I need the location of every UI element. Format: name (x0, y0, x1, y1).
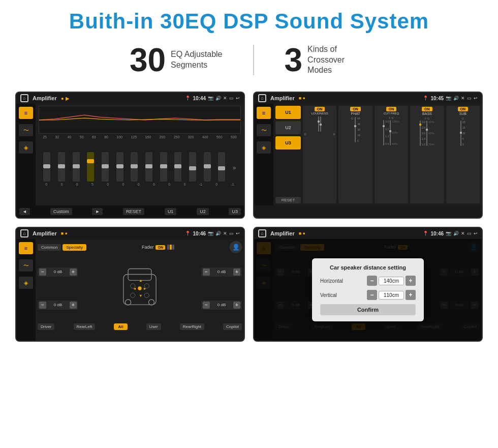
forward-icon[interactable]: » (233, 164, 236, 182)
speaker-icon-3[interactable]: ◈ (19, 277, 33, 289)
db-minus-fl[interactable]: − (39, 268, 46, 276)
horizontal-stepper: − 140cm + (367, 276, 416, 286)
eq-icon-2[interactable]: ≡ (257, 107, 271, 119)
home-icon-2[interactable]: ⌂ (258, 94, 266, 102)
fader-on-badge[interactable]: ON (155, 245, 165, 250)
rearleft-btn[interactable]: RearLeft (74, 323, 96, 330)
loudness-on[interactable]: ON (315, 107, 325, 111)
u3-btn[interactable]: U3 (229, 208, 241, 215)
preset-u1[interactable]: U1 (275, 106, 301, 119)
stat-crossover-desc: Kinds ofCrossover Modes (307, 44, 368, 76)
eq-slider-11[interactable] (189, 152, 196, 182)
prev-btn[interactable]: ◄ (19, 208, 30, 215)
u2-btn[interactable]: U2 (197, 208, 209, 215)
channel-loudness: ON LOUDNESS 00 (303, 106, 336, 203)
horizontal-plus[interactable]: + (406, 276, 416, 286)
fader-bottom-row: Driver RearLeft All User RearRight Copil… (38, 323, 242, 330)
eq-slider-13[interactable] (218, 152, 225, 182)
db-row-fl: − 0 dB + (38, 267, 78, 277)
preset-u3[interactable]: U3 (275, 136, 301, 150)
db-minus-fr[interactable]: − (203, 268, 210, 276)
eq-curve-svg (39, 106, 240, 133)
tab-common[interactable]: Common (38, 244, 61, 251)
stat-eq: 30 EQ AdjustableSegments (99, 44, 253, 76)
window-icon-2: ▭ (467, 96, 472, 101)
eq-slider-9[interactable] (160, 152, 167, 182)
db-minus-rl[interactable]: − (39, 302, 46, 309)
sub-on[interactable]: ON (458, 107, 469, 111)
fader-tabs: Common Specialty (38, 244, 86, 251)
screen4-time: 10:46 (430, 231, 444, 236)
phat-on[interactable]: ON (350, 107, 361, 111)
status-dots-1: ● ▶ (61, 96, 70, 101)
svg-point-8 (138, 286, 141, 290)
horizontal-minus[interactable]: − (367, 276, 377, 286)
horizontal-value: 140cm (379, 277, 404, 285)
window-icon-3: ▭ (229, 231, 234, 236)
eq-content: 2532 4050 6380 100125 160200 250320 4005… (36, 104, 244, 205)
eq-icon-3[interactable]: ≡ (19, 242, 33, 254)
db-plus-rl[interactable]: + (70, 302, 77, 309)
eq-slider-2[interactable] (58, 152, 65, 182)
wave-icon-2[interactable]: 〜 (257, 124, 271, 136)
close-icon-1: ✕ (223, 96, 227, 101)
fader-top-row: Common Specialty Fader ON 👤 (38, 241, 242, 253)
eq-slider-5[interactable] (102, 152, 109, 182)
cutfreq-on[interactable]: ON (386, 107, 397, 111)
rearright-btn[interactable]: RearRight (180, 323, 204, 330)
speaker-icon[interactable]: ◈ (19, 141, 33, 154)
speaker-icon-2[interactable]: ◈ (257, 141, 271, 154)
db-plus-fr[interactable]: + (233, 268, 240, 276)
eq-slider-1[interactable] (43, 152, 50, 182)
eq-slider-10[interactable] (174, 152, 181, 182)
stat-eq-number: 30 (130, 44, 166, 76)
reset-btn[interactable]: RESET (123, 208, 144, 215)
crossover-channels: ON LOUDNESS 00 (303, 106, 480, 203)
volume-icon-2: 🔊 (453, 96, 459, 101)
location-icon-1: 📍 (185, 96, 191, 101)
home-icon-4[interactable]: ⌂ (258, 229, 266, 237)
eq-slider-12[interactable] (204, 152, 211, 182)
copilot-btn[interactable]: Copilot (223, 323, 242, 330)
db-plus-rr[interactable]: + (233, 302, 240, 309)
back-icon-1: ↩ (236, 96, 240, 101)
custom-btn[interactable]: Custom (50, 208, 72, 215)
eq-slider-3[interactable] (73, 152, 80, 182)
screen2-time: 10:45 (430, 96, 444, 101)
home-icon-1[interactable]: ⌂ (20, 94, 28, 102)
car-diagram-svg: ▲ ▼ ◄ ► (114, 260, 165, 316)
dialog-horizontal-row: Horizontal − 140cm + (320, 276, 416, 286)
bass-on[interactable]: ON (422, 107, 432, 111)
preset-u2[interactable]: U2 (275, 121, 301, 134)
wave-icon[interactable]: 〜 (19, 124, 33, 136)
u1-btn[interactable]: U1 (165, 208, 177, 215)
close-icon-4: ✕ (461, 231, 465, 236)
screen1-time: 10:44 (193, 96, 206, 101)
db-row-fr: − 0 dB + (201, 267, 242, 277)
eq-slider-8[interactable] (145, 152, 152, 182)
play-btn[interactable]: ► (92, 208, 103, 215)
screen-eq: ⌂ Amplifier ● ▶ 📍 10:44 📷 🔊 ✕ ▭ ↩ ≡ 〜 ◈ (15, 92, 245, 219)
all-btn[interactable]: All (114, 323, 127, 330)
volume-icon-4: 🔊 (453, 231, 459, 236)
eq-slider-4[interactable] (87, 152, 94, 182)
confirm-button[interactable]: Confirm (320, 304, 416, 315)
eq-slider-7[interactable] (131, 152, 138, 182)
wave-icon-3[interactable]: 〜 (19, 259, 33, 272)
back-icon-3: ↩ (236, 231, 240, 236)
user-btn[interactable]: User (146, 323, 161, 330)
screen1-body: ≡ 〜 ◈ (16, 104, 244, 205)
svg-point-16 (144, 293, 149, 297)
status-bar-4: ⌂ Amplifier ■ ● 📍 10:46 📷 🔊 ✕ ▭ ↩ (254, 228, 482, 239)
vertical-minus[interactable]: − (367, 290, 377, 300)
location-icon-4: 📍 (423, 231, 428, 236)
home-icon-3[interactable]: ⌂ (20, 229, 28, 237)
db-plus-fl[interactable]: + (70, 268, 77, 276)
vertical-plus[interactable]: + (406, 290, 416, 300)
eq-icon[interactable]: ≡ (19, 107, 33, 119)
db-minus-rr[interactable]: − (203, 302, 210, 309)
tab-specialty[interactable]: Specialty (63, 244, 86, 251)
crossover-reset[interactable]: RESET (275, 197, 301, 203)
driver-btn[interactable]: Driver (38, 323, 54, 330)
eq-slider-6[interactable] (116, 152, 123, 182)
